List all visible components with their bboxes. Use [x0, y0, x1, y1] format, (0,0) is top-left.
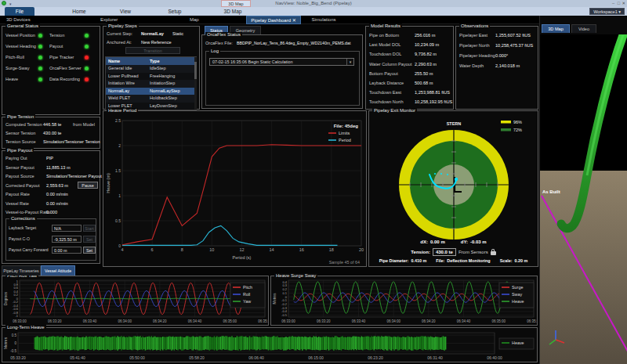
- close-tab-icon[interactable]: ✕: [291, 18, 296, 23]
- field-label: Last Model DOL: [369, 42, 400, 47]
- svg-text:Surge: Surge: [512, 285, 523, 290]
- steps-row-normallay[interactable]: NormalLayNormalLayStep: [106, 88, 196, 96]
- lock-icon[interactable]: [491, 249, 496, 255]
- tab-video[interactable]: Video: [571, 24, 596, 33]
- pipe-diameter-label: Pipe Diameter:: [379, 258, 409, 263]
- svg-text:6: 6: [151, 247, 154, 252]
- nav-item-map[interactable]: Map: [190, 16, 199, 24]
- status-label: Heave: [5, 77, 18, 81]
- steps-scrollbar[interactable]: [194, 57, 197, 110]
- field-value: 10,258,475.37 ftUS: [495, 43, 533, 48]
- current-step-value: NormalLay: [141, 31, 164, 36]
- observations-panel: Observations Pipelayer East1,255,607.52 …: [455, 26, 538, 110]
- pitch-roll-yaw-panel: Pitch Roll Yaw 10.80.60.40.20-0.2-0.4-0.…: [2, 276, 269, 326]
- orcaflex-file-value: BBDPIP_NorLay_Tens_86.4deg_Empty_WD2140m…: [237, 41, 350, 45]
- status-label: Vessel Position: [5, 33, 35, 38]
- doc-tab-pipelay-dashboard[interactable]: Pipelay Dashboard ✕: [246, 16, 301, 24]
- payout-c-o-input[interactable]: -9,325.50 m: [52, 236, 82, 243]
- svg-text:06:23:20: 06:23:20: [368, 355, 383, 360]
- svg-text:06:33:20: 06:33:20: [48, 319, 62, 323]
- svg-text:06:06:40: 06:06:40: [248, 355, 264, 360]
- svg-text:06:35:00: 06:35:00: [492, 319, 506, 323]
- layback-target-input[interactable]: N/A: [52, 225, 82, 232]
- scale-label: Scale:: [500, 258, 513, 263]
- field-label: Vessel-to-Payout Ratio: [5, 210, 50, 214]
- corrections-group: Corrections Layback TargetN/AStartPayout…: [5, 218, 96, 261]
- window-title: NavView: Noble_Big_Bend (Pipelay): [0, 1, 627, 5]
- svg-text:06:33:20: 06:33:20: [317, 319, 331, 323]
- ribbon-tab-setup[interactable]: Setup: [161, 7, 188, 16]
- field-label: Touchdown East: [369, 90, 401, 95]
- status-dot-pitch-roll: [38, 56, 42, 59]
- steps-row-weld-plet[interactable]: Weld PLETHoldbackStep: [106, 95, 196, 103]
- ribbon-tab-file[interactable]: File: [5, 7, 34, 16]
- field-label: Paying Out: [5, 156, 27, 160]
- field-value: 0.00 m/min: [46, 192, 68, 196]
- chevron-down-icon[interactable]: ▾: [346, 59, 353, 65]
- log-group: Log 07-02-15 16:35:06 Begin Static Calcu…: [205, 51, 360, 106]
- correction-label: Payout C-O: [9, 236, 30, 241]
- minimize-button[interactable]: –: [612, 1, 614, 5]
- svg-text:05:41:40: 05:41:40: [70, 355, 85, 360]
- field-label: Pipe on Bottom: [369, 33, 399, 38]
- close-button[interactable]: ✕: [622, 1, 625, 5]
- anchored-at-label: Anchored At:: [107, 40, 132, 45]
- steps-row-lower-pullhead[interactable]: Lower PullheadFreeHanging: [106, 73, 196, 81]
- transition-button[interactable]: Transition: [125, 47, 180, 54]
- tension-input[interactable]: 430.0 te: [433, 248, 456, 256]
- map-3d-view[interactable]: As Built: [540, 34, 627, 364]
- status-dot-vessel-heading: [38, 45, 42, 49]
- status-dot-vessel-position: [38, 34, 42, 38]
- svg-text:06:33:40: 06:33:40: [352, 319, 366, 323]
- svg-text:05:58:20: 05:58:20: [189, 355, 205, 360]
- app-window: ▾ 3D Map NavView: Noble_Big_Bend (Pipela…: [0, 0, 627, 364]
- log-entry-dropdown[interactable]: 07-02-15 16:35:06 Begin Static Calculati…: [209, 58, 354, 66]
- orcaflex-status-group: OrcaFlex Status OrcaFlex File: BBDPIP_No…: [201, 34, 363, 109]
- steps-table[interactable]: NameType General IdleIdleStepLower Pullh…: [105, 56, 197, 110]
- steps-row-general-idle[interactable]: General IdleIdleStep: [106, 65, 196, 73]
- pipe-payout-panel: Pipe Payout Paying OutPIPSensor Payout11…: [2, 150, 100, 264]
- pipe-diameter-value: 0.410 m: [411, 258, 426, 263]
- dx-label: dX:: [420, 240, 428, 244]
- exit-monitor-tension: Tension: 430.0 te From Sensors: [369, 248, 538, 256]
- doc-tab-simulations[interactable]: Simulations: [306, 16, 342, 24]
- svg-text:06:34:40: 06:34:40: [188, 319, 202, 323]
- workspace-selector[interactable]: Workspace1 ▾: [589, 8, 625, 15]
- field-value: 0.00 m/min: [46, 201, 68, 206]
- status-dot-surge-sway: [38, 67, 42, 70]
- tension-label: Tension:: [411, 250, 430, 254]
- panel-title: Heave Surge Sway: [274, 273, 317, 279]
- status-label: Tension: [49, 33, 64, 38]
- maximize-button[interactable]: □: [618, 1, 620, 5]
- exit-monitor-gauge: STERN96%72%: [369, 113, 538, 240]
- svg-text:16: 16: [299, 247, 304, 252]
- ribbon-tab-home[interactable]: Home: [66, 7, 92, 16]
- svg-text:Yaw: Yaw: [243, 299, 251, 304]
- field-label: Touchdown DOL: [369, 52, 401, 56]
- tab-vessel-attitude[interactable]: Vessel Attitude: [41, 265, 75, 276]
- orcaflex-file-label: OrcaFlex File:: [205, 41, 233, 45]
- field-value: 0.000°: [495, 53, 508, 58]
- field-label: Payout Source: [5, 174, 34, 178]
- start-button[interactable]: Start: [83, 225, 96, 232]
- ribbon-tab-view[interactable]: View: [113, 7, 138, 16]
- payout-carry-forward-input[interactable]: 0.00 m: [52, 247, 82, 254]
- steps-row-initiation-wire[interactable]: Initiation WireInitiationStep: [106, 80, 196, 88]
- set-button[interactable]: Set: [83, 247, 96, 254]
- svg-text:Heave: Heave: [512, 341, 524, 345]
- tab-pipelay-timeseries[interactable]: PipeLay Timeseries: [2, 265, 41, 276]
- svg-text:File: 45deg: File: 45deg: [334, 124, 359, 128]
- group-title: Log: [209, 49, 220, 54]
- map-panel: 3D MapVideo As Built: [539, 16, 627, 364]
- field-value: 255.50 m: [415, 71, 433, 76]
- file-label: File:: [436, 258, 444, 263]
- anchored-at-value: New Reference: [141, 40, 172, 45]
- field-note: from Model: [73, 122, 95, 127]
- ribbon-tab-3d-map[interactable]: 3D Map: [218, 7, 248, 16]
- set-button[interactable]: Set: [83, 236, 96, 243]
- exit-monitor-footer: Pipe Diameter: 0.410 m File: Deflection …: [369, 258, 538, 263]
- status-label: Data Recording: [49, 77, 80, 81]
- pause-button[interactable]: Pause: [78, 182, 98, 189]
- tab-3d-map[interactable]: 3D Map: [542, 24, 570, 33]
- svg-text:10: 10: [209, 247, 214, 252]
